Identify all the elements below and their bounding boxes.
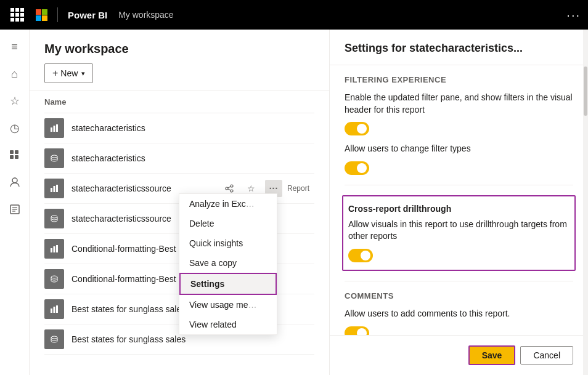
svg-point-29 <box>51 336 57 339</box>
new-dropdown-icon: ▾ <box>81 70 85 78</box>
sidebar-item-learn[interactable] <box>2 197 27 222</box>
drillthrough-highlight: Cross-report drillthrough Allow visuals … <box>342 195 576 271</box>
comments-toggle[interactable] <box>345 326 369 335</box>
drillthrough-title: Cross-report drillthrough <box>348 204 570 214</box>
plus-icon: + <box>52 68 58 79</box>
save-button[interactable]: Save <box>468 345 516 365</box>
db-icon <box>44 148 64 168</box>
svg-rect-26 <box>51 308 52 313</box>
sidebar-item-apps[interactable] <box>2 143 27 167</box>
svg-rect-22 <box>51 248 52 252</box>
sidebar-item-shared[interactable] <box>2 170 27 195</box>
filtering-desc-1: Enable the updated filter pane, and show… <box>345 92 573 116</box>
sidebar-item-home[interactable]: ⌂ <box>2 62 27 86</box>
more-options-icon[interactable]: ··· <box>566 8 581 22</box>
left-sidebar: ≡ ⌂ ☆ ◷ <box>0 30 30 375</box>
scrollbar[interactable] <box>583 30 588 375</box>
chart-icon <box>44 179 64 198</box>
settings-panel: Settings for statecharacteristics... Fil… <box>329 30 588 375</box>
chart-icon <box>44 239 64 259</box>
sidebar-item-recent[interactable]: ◷ <box>2 116 27 140</box>
main-content: My workspace + New ▾ Name statecharacter… <box>30 30 329 375</box>
svg-point-16 <box>231 185 233 187</box>
menu-item-save-copy[interactable]: Save a copy <box>179 253 277 273</box>
svg-rect-11 <box>56 124 58 132</box>
menu-item-view-usage[interactable]: View usage me… <box>179 295 277 315</box>
svg-rect-15 <box>56 185 58 192</box>
svg-rect-1 <box>15 150 18 154</box>
svg-rect-9 <box>51 127 52 132</box>
new-button[interactable]: + New ▾ <box>44 63 93 83</box>
row-name: Best states for sunglass sales <box>71 334 314 344</box>
chart-icon <box>44 299 64 319</box>
table-header: Name <box>44 91 314 113</box>
svg-rect-10 <box>54 126 55 132</box>
filtering-section-title: Filtering experience <box>345 75 573 84</box>
db-icon <box>44 269 64 289</box>
drillthrough-desc: Allow visuals in this report to use dril… <box>348 219 570 243</box>
comments-section: Comments Allow users to add comments to … <box>345 281 573 335</box>
db-icon <box>44 329 64 349</box>
svg-point-18 <box>231 190 233 192</box>
svg-rect-24 <box>56 245 58 252</box>
menu-item-delete[interactable]: Delete <box>179 214 277 233</box>
db-icon <box>44 209 64 228</box>
svg-rect-23 <box>54 246 55 252</box>
drillthrough-toggle[interactable] <box>348 249 373 262</box>
settings-body: Filtering experience Enable the updated … <box>330 65 588 335</box>
svg-rect-13 <box>51 188 52 192</box>
svg-point-25 <box>51 276 57 278</box>
column-name: Name <box>44 97 314 107</box>
top-navigation: Power BI My workspace ··· <box>0 0 588 30</box>
row-name: statecharacteristics <box>71 123 314 133</box>
menu-item-settings[interactable]: Settings <box>179 273 277 295</box>
app-name: Power BI <box>68 10 107 20</box>
svg-rect-28 <box>56 305 58 313</box>
svg-rect-3 <box>15 155 18 159</box>
settings-header: Settings for statecharacteristics... <box>330 30 588 65</box>
svg-point-17 <box>226 187 228 190</box>
table-row: statecharacteristicssource ☆ ··· Report … <box>44 174 314 204</box>
svg-rect-2 <box>10 155 14 159</box>
microsoft-logo <box>36 9 47 21</box>
new-button-label: New <box>60 68 78 78</box>
menu-item-quick-insights[interactable]: Quick insights <box>179 233 277 253</box>
settings-footer: Save Cancel <box>330 335 588 375</box>
context-menu: Analyze in Exc… Delete Quick insights Sa… <box>179 193 277 335</box>
row-name: statecharacteristics <box>71 153 314 163</box>
filtering-section: Filtering experience Enable the updated … <box>345 65 573 185</box>
content-table: Name statecharacteristics statecharacter… <box>30 91 329 355</box>
svg-rect-14 <box>54 186 55 192</box>
svg-point-4 <box>12 178 17 183</box>
menu-item-analyze[interactable]: Analyze in Exc… <box>179 194 277 214</box>
nav-divider <box>57 7 58 22</box>
drillthrough-section: Cross-report drillthrough Allow visuals … <box>345 185 573 281</box>
waffle-menu-icon[interactable] <box>7 5 27 25</box>
row-type-badge: Report <box>282 183 314 194</box>
sidebar-item-favorites[interactable]: ☆ <box>2 89 27 113</box>
svg-line-20 <box>228 189 231 190</box>
scrollbar-thumb[interactable] <box>584 67 587 116</box>
workspace-name[interactable]: My workspace <box>118 10 173 20</box>
svg-rect-27 <box>54 307 55 313</box>
chart-icon <box>44 118 64 138</box>
table-row: statecharacteristics <box>44 113 314 143</box>
svg-line-19 <box>228 187 231 188</box>
comments-desc: Allow users to add comments to this repo… <box>345 308 573 320</box>
workspace-title: My workspace <box>44 42 314 56</box>
table-row: statecharacteristics <box>44 143 314 174</box>
filtering-desc-2: Allow users to change filter types <box>345 143 573 155</box>
filtering-toggle-2[interactable] <box>345 161 369 175</box>
svg-rect-0 <box>10 150 14 154</box>
filtering-toggle-1[interactable] <box>345 122 369 135</box>
svg-point-21 <box>51 216 57 218</box>
comments-section-title: Comments <box>345 291 573 300</box>
svg-point-12 <box>51 155 57 158</box>
menu-item-view-related[interactable]: View related <box>179 315 277 334</box>
row-name: statecharacteristicssource <box>71 183 221 193</box>
cancel-button[interactable]: Cancel <box>520 346 573 365</box>
settings-title: Settings for statecharacteristics... <box>345 42 573 55</box>
sidebar-collapse-button[interactable]: ≡ <box>2 34 27 59</box>
workspace-header: My workspace + New ▾ <box>30 30 329 91</box>
